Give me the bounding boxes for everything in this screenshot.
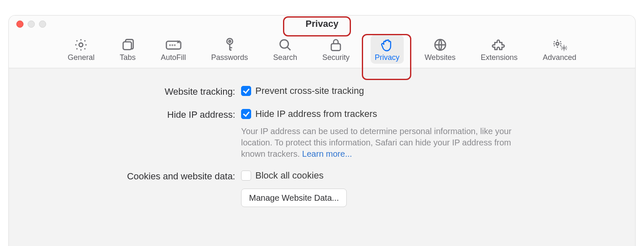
svg-point-8 (280, 40, 288, 48)
window-title: Privacy (306, 18, 338, 29)
key-icon (223, 37, 236, 52)
tab-privacy[interactable]: Privacy (371, 35, 404, 64)
row-hide-ip: Hide IP address: Hide IP address from tr… (34, 108, 610, 160)
tab-label: Websites (425, 53, 456, 62)
checkbox-prevent-cross-site-tracking[interactable] (241, 86, 251, 96)
svg-point-3 (169, 45, 170, 45)
help-text-hide-ip: Your IP address can be used to determine… (241, 126, 535, 160)
preferences-window: Privacy General Tabs AutoFil (8, 15, 636, 246)
tab-label: Tabs (120, 53, 136, 62)
svg-point-0 (79, 43, 83, 47)
label-website-tracking: Website tracking: (34, 85, 241, 98)
search-icon (278, 37, 292, 52)
tab-label: AutoFill (161, 53, 186, 62)
tab-label: Advanced (543, 53, 576, 62)
tab-label: Passwords (211, 53, 248, 62)
tab-label: Privacy (375, 53, 400, 62)
autofill-icon (165, 37, 182, 52)
checkbox-hide-ip-from-trackers[interactable] (241, 109, 251, 119)
svg-point-11 (556, 42, 559, 45)
svg-point-12 (563, 47, 565, 49)
lock-icon (330, 37, 342, 52)
tab-passwords[interactable]: Passwords (207, 35, 252, 64)
tab-search[interactable]: Search (269, 35, 301, 64)
privacy-pane: Website tracking: Prevent cross-site tra… (9, 68, 635, 207)
label-cookies: Cookies and website data: (34, 170, 241, 183)
gears-icon (552, 37, 568, 52)
tab-label: Search (273, 53, 297, 62)
row-cookies: Cookies and website data: Block all cook… (34, 170, 610, 207)
row-website-tracking: Website tracking: Prevent cross-site tra… (34, 85, 610, 98)
label-hide-ip: Hide IP address: (34, 108, 241, 121)
tab-label: General (68, 53, 94, 62)
svg-rect-9 (331, 44, 340, 50)
preferences-toolbar: General Tabs AutoFill Passwords (9, 32, 635, 68)
svg-point-6 (227, 39, 233, 44)
checkbox-label: Hide IP address from trackers (255, 108, 377, 120)
svg-point-7 (229, 40, 230, 42)
checkbox-label: Prevent cross-site tracking (255, 85, 364, 97)
svg-rect-1 (123, 42, 131, 49)
tab-label: Security (322, 53, 350, 62)
tabs-icon (121, 37, 135, 52)
puzzle-icon (492, 37, 506, 52)
gear-icon (74, 37, 88, 52)
manage-website-data-button[interactable]: Manage Website Data... (241, 189, 347, 207)
checkbox-label: Block all cookies (255, 170, 324, 182)
tab-tabs[interactable]: Tabs (116, 35, 140, 64)
hand-icon (380, 37, 394, 52)
tab-label: Extensions (480, 53, 517, 62)
tab-security[interactable]: Security (318, 35, 354, 64)
svg-point-4 (172, 45, 172, 45)
svg-point-5 (174, 45, 175, 45)
tab-extensions[interactable]: Extensions (476, 35, 522, 64)
titlebar: Privacy (9, 16, 635, 32)
tab-advanced[interactable]: Advanced (538, 35, 580, 64)
learn-more-link[interactable]: Learn more... (302, 149, 352, 158)
tab-autofill[interactable]: AutoFill (157, 35, 190, 64)
tab-general[interactable]: General (63, 35, 99, 64)
tab-websites[interactable]: Websites (421, 35, 460, 64)
checkbox-block-all-cookies[interactable] (241, 171, 251, 181)
globe-icon (433, 37, 447, 52)
